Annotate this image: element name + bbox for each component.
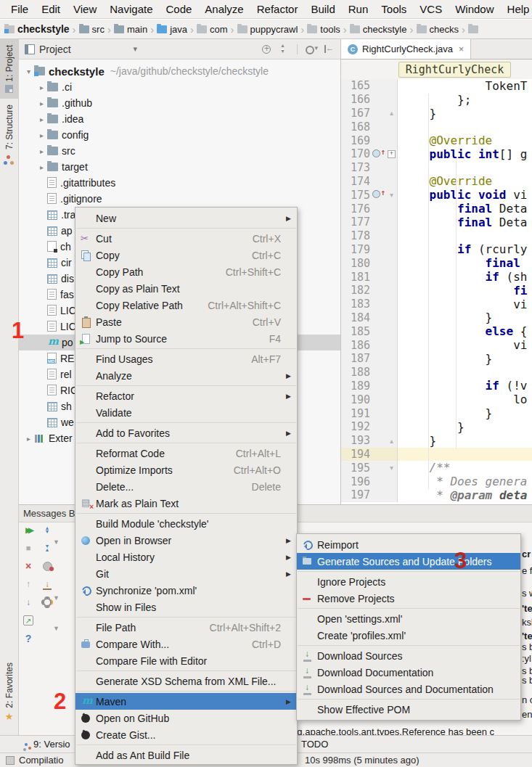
maven-submenu-item-create--profiles-xml-[interactable]: Create 'profiles.xml'	[297, 627, 520, 644]
fold-expand-icon[interactable]: +	[388, 150, 396, 158]
tab-version-control[interactable]: 9: Versio	[25, 739, 70, 750]
menubar-item-edit[interactable]: Edit	[35, 3, 67, 15]
expand-arrow-icon[interactable]: ▸	[36, 147, 47, 155]
tab-todo[interactable]: TODO	[301, 739, 328, 750]
context-menu-item-optimize-imports[interactable]: Optimize ImportsCtrl+Alt+O	[75, 462, 297, 478]
menubar-item-file[interactable]: File	[4, 3, 35, 15]
expand-arrow-icon[interactable]: ▸	[36, 115, 47, 123]
fold-marker[interactable]: +	[386, 147, 398, 161]
maven-submenu-item-ignore-projects[interactable]: Ignore Projects	[297, 573, 520, 590]
context-menu-item-maven[interactable]: Maven▶	[75, 693, 297, 710]
collapse-all-icon[interactable]	[277, 44, 290, 55]
context-menu-item-file-path[interactable]: File PathCtrl+Alt+Shift+2	[75, 619, 297, 636]
close-icon[interactable]: ×	[459, 44, 464, 54]
menubar-item-refactor[interactable]: Refactor	[250, 3, 305, 15]
tree-item-checkstyle[interactable]: ▾checkstyle~/java/github/checkstyle/chec…	[19, 63, 340, 79]
breadcrumb-item[interactable]: com	[197, 24, 228, 35]
context-menu-item-create-gist---[interactable]: Create Gist...	[75, 726, 297, 743]
tree-item-target[interactable]: ▸target	[19, 159, 340, 175]
maven-submenu-item-reimport[interactable]: Reimport	[297, 536, 520, 553]
breadcrumb-item[interactable]: checkstyle	[4, 23, 70, 35]
tool-window-tab-project[interactable]: 1: Project	[0, 39, 18, 99]
context-menu-item-git[interactable]: Git▶	[75, 565, 297, 582]
maven-submenu-item-download-documentation[interactable]: Download Documentation	[297, 664, 520, 681]
breadcrumb-item[interactable]: checkstyle	[350, 24, 407, 35]
expand-arrow-icon[interactable]: ▸	[36, 131, 47, 139]
fold-marker[interactable]: ▾	[386, 461, 398, 475]
context-menu-item-synchronize--pom-xml-[interactable]: Synchronize 'pom.xml'	[75, 582, 297, 599]
tool-window-tab-favorites[interactable]: 2: Favorites★	[0, 657, 18, 728]
menubar-item-navigate[interactable]: Navigate	[103, 3, 159, 15]
tree-item-idea[interactable]: ▸.idea	[19, 111, 340, 127]
locate-icon[interactable]	[260, 44, 273, 55]
context-menu-item-analyze[interactable]: Analyze▶	[75, 367, 297, 384]
context-menu-item-find-usages[interactable]: Find UsagesAlt+F7	[75, 350, 297, 367]
context-menu-item-validate[interactable]: Validate	[75, 404, 297, 421]
fold-marker[interactable]: ▴	[386, 434, 398, 448]
menubar-item-window[interactable]: Window	[449, 3, 500, 15]
breadcrumb-item[interactable]: java	[157, 24, 187, 35]
menubar-item-vcs[interactable]: VCS	[413, 3, 449, 15]
context-menu-item-mark-as-plain-text[interactable]: Mark as Plain Text	[75, 495, 297, 512]
context-menu-item-copy-path[interactable]: Copy PathCtrl+Shift+C	[75, 263, 297, 280]
expand-arrow-icon[interactable]: ▾	[23, 67, 34, 75]
menubar-item-view[interactable]: View	[67, 3, 103, 15]
hide-panel-icon[interactable]	[322, 44, 335, 55]
menubar-item-run[interactable]: Run	[342, 3, 375, 15]
collapse-triangle-icon[interactable]: ▼	[53, 625, 60, 632]
context-menu-item-reformat-code[interactable]: Reformat CodeCtrl+Alt+L	[75, 445, 297, 462]
tool-window-tab-structure[interactable]: 7: Structure	[0, 99, 18, 171]
tree-item-gitattributes[interactable]: .gitattributes	[19, 175, 340, 191]
breadcrumb-item[interactable]: src	[79, 24, 105, 35]
breadcrumb-item[interactable]: main	[114, 24, 147, 35]
collapse-triangle-icon[interactable]: ▼	[53, 594, 60, 602]
gear-icon[interactable]	[304, 44, 317, 55]
context-menu-item-add-as-ant-build-file[interactable]: Add as Ant Build File	[75, 747, 297, 763]
tree-item-src[interactable]: ▸src	[19, 143, 340, 159]
context-menu-item-paste[interactable]: PasteCtrl+V	[75, 313, 297, 330]
context-menu-item-open-in-browser[interactable]: Open in Browser▶	[75, 532, 297, 549]
context-menu-item-compare-with---[interactable]: Compare With...Ctrl+D	[75, 636, 297, 652]
breadcrumb-item[interactable]: checks	[417, 24, 459, 35]
code-area[interactable]: 165 TokenT166 };167▴ }168169 @Override17…	[341, 79, 532, 504]
tree-item-ci[interactable]: ▸.ci	[19, 79, 340, 95]
context-menu-item-show-in-files[interactable]: Show in Files	[75, 599, 297, 615]
tree-item-gitignore[interactable]: .gitignore	[19, 191, 340, 207]
menubar-item-help[interactable]: Help	[501, 3, 532, 15]
context-menu-item-cut[interactable]: CutCtrl+X	[75, 230, 297, 247]
context-menu-item-new[interactable]: New▶	[75, 210, 297, 226]
breadcrumb-item[interactable]: tools	[307, 24, 340, 35]
maven-submenu-item-remove-projects[interactable]: Remove Projects	[297, 590, 520, 607]
tree-item-config[interactable]: ▸config	[19, 127, 340, 143]
menubar-item-build[interactable]: Build	[304, 3, 341, 15]
breadcrumb-item[interactable]: puppycrawl	[237, 24, 298, 35]
context-menu-item-copy[interactable]: CopyCtrl+C	[75, 247, 297, 263]
context-menu-item-compare-file-with-editor[interactable]: Compare File with Editor	[75, 652, 297, 669]
maven-submenu-item-show-effective-pom[interactable]: Show Effective POM	[297, 701, 520, 718]
context-menu-item-add-to-favorites[interactable]: Add to Favorites▶	[75, 424, 297, 441]
context-menu-item-local-history[interactable]: Local History▶	[75, 549, 297, 565]
maven-submenu-item-generate-sources-and-update-folders[interactable]: Generate Sources and Update Folders	[297, 553, 520, 570]
maven-submenu-item-download-sources-and-documentation[interactable]: Download Sources and Documentation	[297, 681, 520, 697]
editor-tab[interactable]: C RightCurlyCheck.java ×	[341, 39, 471, 59]
context-menu-item-delete---[interactable]: Delete...Delete	[75, 478, 297, 495]
fold-marker[interactable]: ▾	[386, 188, 398, 202]
override-icon[interactable]	[372, 190, 380, 198]
context-menu-item-open-on-github[interactable]: Open on GitHub	[75, 710, 297, 726]
context-menu-item-refactor[interactable]: Refactor▶	[75, 387, 297, 404]
expand-arrow-icon[interactable]: ▸	[36, 163, 47, 171]
menubar-item-tools[interactable]: Tools	[375, 3, 413, 15]
context-menu-item-generate-xsd-schema-from-xml-file---[interactable]: Generate XSD Schema from XML File...	[75, 673, 297, 689]
maven-submenu-item-download-sources[interactable]: Download Sources	[297, 647, 520, 664]
context-menu-item-jump-to-source[interactable]: Jump to SourceF4	[75, 330, 297, 347]
maven-submenu-item-open--settings-xml-[interactable]: Open 'settings.xml'	[297, 610, 520, 627]
context-menu-item-copy-relative-path[interactable]: Copy Relative PathCtrl+Alt+Shift+C	[75, 297, 297, 313]
context-menu-item-build-module--checkstyle-[interactable]: Build Module 'checkstyle'	[75, 515, 297, 532]
collapse-triangle-icon[interactable]: ▼	[53, 538, 60, 546]
chevron-down-icon[interactable]: ▾	[134, 44, 138, 54]
expand-arrow-icon[interactable]: ▸	[23, 435, 34, 443]
fold-marker[interactable]: ▴	[386, 107, 398, 120]
menubar-item-analyze[interactable]: Analyze	[198, 3, 250, 15]
tree-item-github[interactable]: ▸.github	[19, 95, 340, 111]
declaration-breadcrumb[interactable]: RightCurlyCheck	[398, 62, 511, 78]
